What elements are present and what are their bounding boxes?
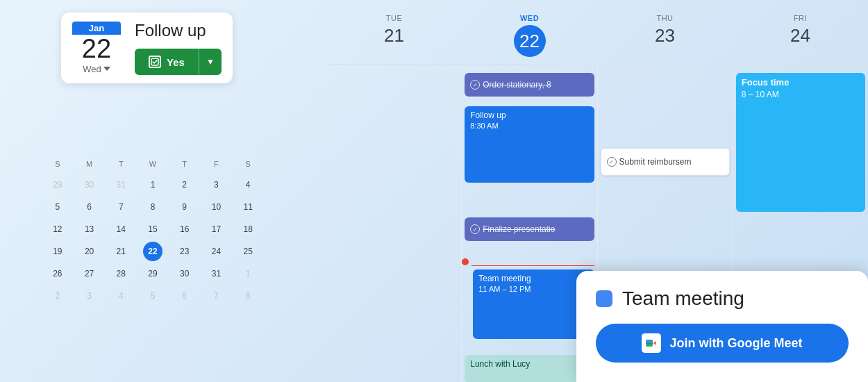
cal-day-27[interactable]: 27 xyxy=(80,264,99,283)
dow-f: F xyxy=(201,160,233,168)
event-submit-reimbursement[interactable]: ✓ Submit reimbursem xyxy=(601,148,730,176)
popup-title-row: Team meeting xyxy=(596,288,849,310)
cal-day-next-5[interactable]: 5 xyxy=(143,286,162,306)
yes-button[interactable]: Yes xyxy=(135,49,199,75)
date-block: Jan 22 Wed xyxy=(72,22,121,74)
day-number: 22 xyxy=(82,35,111,64)
mini-calendar: S M T W T F S 29 30 31 1 2 3 4 5 6 7 8 9… xyxy=(42,160,264,307)
cal-day-14[interactable]: 14 xyxy=(111,219,131,239)
cal-day-next-7[interactable]: 7 xyxy=(206,286,226,306)
cal-day-next-8[interactable]: 8 xyxy=(238,286,258,306)
dow-w: W xyxy=(137,160,169,168)
yes-dropdown-button[interactable]: ▼ xyxy=(199,49,222,75)
cal-day-28[interactable]: 28 xyxy=(111,264,131,283)
cal-day-8[interactable]: 8 xyxy=(143,197,162,217)
event-time-focus: 8 – 10 AM xyxy=(742,90,860,99)
cal-day-13[interactable]: 13 xyxy=(80,219,99,239)
cal-day-15[interactable]: 15 xyxy=(143,219,162,239)
cal-day-next-2[interactable]: 2 xyxy=(48,286,67,306)
cal-day-23[interactable]: 23 xyxy=(175,242,194,261)
cal-day-12[interactable]: 12 xyxy=(48,219,67,239)
google-meet-icon xyxy=(642,333,661,353)
header-tue: TUE 21 xyxy=(326,14,462,57)
cal-day-2[interactable]: 2 xyxy=(175,175,194,194)
yes-label: Yes xyxy=(167,56,185,68)
header-fri: FRI 24 xyxy=(733,14,868,57)
cal-day-4[interactable]: 4 xyxy=(238,175,258,194)
day-name: Wed xyxy=(83,64,110,74)
event-title-team-meeting: Team meeting xyxy=(478,274,588,283)
header-wed: WED 22 xyxy=(462,14,597,57)
cal-day-1[interactable]: 1 xyxy=(143,175,162,194)
event-title-finalize: Finalize presentatio xyxy=(483,224,555,234)
cal-day-5[interactable]: 5 xyxy=(48,197,67,217)
check-circle-icon: ✓ xyxy=(470,80,480,90)
cal-day-next-6[interactable]: 6 xyxy=(175,286,194,306)
event-color-indicator xyxy=(596,290,612,307)
cal-day-25[interactable]: 25 xyxy=(238,242,258,261)
cal-day-24[interactable]: 24 xyxy=(206,242,226,261)
cal-day-30[interactable]: 30 xyxy=(175,264,194,283)
cal-day-11[interactable]: 11 xyxy=(238,197,258,217)
dow-label-fri: FRI xyxy=(733,14,868,22)
cal-day-22-today[interactable]: 22 xyxy=(143,242,162,261)
cal-day-6[interactable]: 6 xyxy=(80,197,99,217)
cal-day-20[interactable]: 20 xyxy=(80,242,99,261)
event-follow-up[interactable]: Follow up 8:30 AM xyxy=(465,106,594,183)
dom-22: 22 xyxy=(514,25,546,57)
cal-day-21[interactable]: 21 xyxy=(111,242,131,261)
cal-day-prev-30[interactable]: 30 xyxy=(80,175,99,194)
cal-day-17[interactable]: 17 xyxy=(206,219,226,239)
calendar-header: TUE 21 WED 22 THU 23 FRI 24 xyxy=(326,0,868,65)
follow-up-section: Follow up Yes ▼ xyxy=(135,21,222,75)
event-focus-time[interactable]: Focus time 8 – 10 AM xyxy=(736,73,865,212)
follow-up-title: Follow up xyxy=(135,21,222,40)
mini-cal-header: S M T W T F S xyxy=(42,160,264,168)
header-thu: THU 23 xyxy=(597,14,733,57)
cal-day-prev-29[interactable]: 29 xyxy=(48,175,67,194)
dow-label-thu: THU xyxy=(597,14,733,22)
cal-day-29[interactable]: 29 xyxy=(143,264,162,283)
event-lunch[interactable]: Lunch with Lucy xyxy=(465,355,594,382)
cal-day-prev-31[interactable]: 31 xyxy=(111,175,131,194)
dow-label-wed: WED xyxy=(462,14,597,22)
event-title-lunch: Lunch with Lucy xyxy=(470,359,588,369)
cal-day-18[interactable]: 18 xyxy=(238,219,258,239)
check-circle-icon-2: ✓ xyxy=(470,224,480,234)
cal-day-7[interactable]: 7 xyxy=(111,197,131,217)
dow-t1: T xyxy=(105,160,137,168)
event-title-follow-up: Follow up xyxy=(470,110,588,120)
event-title-submit: Submit reimbursem xyxy=(619,157,692,167)
cal-day-16[interactable]: 16 xyxy=(175,219,194,239)
dom-23: 23 xyxy=(597,25,733,47)
join-google-meet-button[interactable]: Join with Google Meet xyxy=(596,324,849,363)
dow-m: M xyxy=(74,160,106,168)
cal-day-9[interactable]: 9 xyxy=(175,197,194,217)
cal-day-10[interactable]: 10 xyxy=(206,197,226,217)
event-finalize[interactable]: ✓ Finalize presentatio xyxy=(465,217,594,241)
event-title-focus: Focus time xyxy=(742,77,860,88)
popup-event-title: Team meeting xyxy=(622,288,744,310)
cal-day-next-4[interactable]: 4 xyxy=(111,286,131,306)
cal-day-26[interactable]: 26 xyxy=(48,264,67,283)
red-dot-indicator xyxy=(462,258,469,265)
cal-day-3[interactable]: 3 xyxy=(206,175,226,194)
event-title: Order stationary, 8 xyxy=(483,80,551,90)
dow-s2: S xyxy=(232,160,264,168)
event-time-team-meeting: 11 AM – 12 PM xyxy=(478,285,588,293)
yes-button-group: Yes ▼ xyxy=(135,49,222,75)
cal-day-next-3[interactable]: 3 xyxy=(80,286,99,306)
cal-day-19[interactable]: 19 xyxy=(48,242,67,261)
dow-t2: T xyxy=(169,160,201,168)
dom-24: 24 xyxy=(733,25,868,47)
event-time-follow-up: 8:30 AM xyxy=(470,122,588,130)
cal-day-next-1a[interactable]: 1 xyxy=(238,264,258,283)
event-order-stationary[interactable]: ✓ Order stationary, 8 xyxy=(465,73,594,97)
mini-cal-grid: 29 30 31 1 2 3 4 5 6 7 8 9 10 11 12 13 1… xyxy=(42,174,264,307)
rsvp-icon xyxy=(149,56,161,68)
day-col-tue xyxy=(326,65,462,382)
dow-s1: S xyxy=(42,160,74,168)
cal-day-31[interactable]: 31 xyxy=(206,264,226,283)
team-meeting-popup: Team meeting Join with Google Meet xyxy=(576,271,868,382)
dow-label-tue: TUE xyxy=(326,14,462,22)
